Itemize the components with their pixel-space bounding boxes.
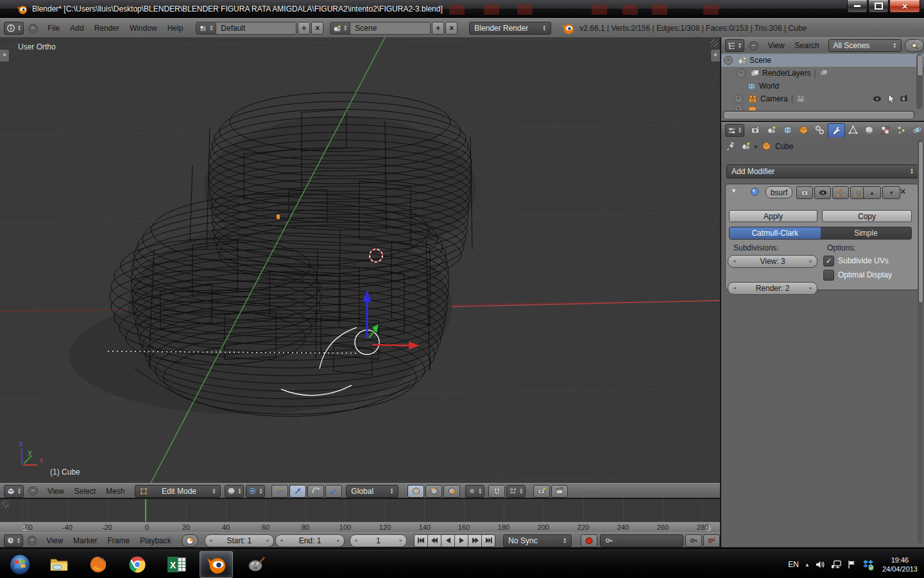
modifier-render-toggle[interactable] xyxy=(796,186,813,199)
properties-shelf-expand-tab[interactable]: + xyxy=(710,49,720,62)
preview-range-clock-button[interactable] xyxy=(182,534,198,547)
panel-expand-icon[interactable]: ▼ xyxy=(731,188,737,194)
menu-view[interactable]: View xyxy=(763,41,790,50)
add-scene-button[interactable]: + xyxy=(432,22,444,35)
scene-icon-button[interactable]: ▲▼ xyxy=(330,22,350,34)
tab-modifiers[interactable] xyxy=(828,123,845,138)
view-subdivisions-stepper[interactable]: ◂ View: 3 ▸ xyxy=(728,255,817,268)
copy-button[interactable]: Copy xyxy=(822,210,912,222)
edge-select-mode-button[interactable] xyxy=(425,485,442,498)
current-frame-line[interactable] xyxy=(145,499,146,521)
prev-keyframe-button[interactable] xyxy=(427,534,441,547)
outliner-row-camera[interactable]: + Camera | xyxy=(721,92,924,105)
menu-render[interactable]: Render xyxy=(89,24,124,33)
menu-marker[interactable]: Marker xyxy=(68,536,102,545)
language-indicator[interactable]: EN xyxy=(788,560,799,569)
play-button[interactable] xyxy=(454,534,468,547)
toolshelf-expand-tab[interactable]: + xyxy=(0,49,10,62)
stepper-right-arrow-icon[interactable]: ▸ xyxy=(338,537,341,543)
region-resize-grip[interactable] xyxy=(915,39,923,47)
keying-set-field[interactable] xyxy=(600,534,683,547)
volume-icon[interactable] xyxy=(816,560,825,569)
modifier-delete-icon[interactable]: × xyxy=(900,186,905,197)
auto-keyframe-record-button[interactable] xyxy=(581,534,597,547)
outliner-filter-selector[interactable]: All Scenes ▲▼ xyxy=(828,39,902,52)
sync-mode-selector[interactable]: No Sync ▲▼ xyxy=(503,534,572,547)
tab-physics[interactable] xyxy=(909,123,924,137)
menu-help[interactable]: Help xyxy=(162,24,189,33)
outliner-vscrollbar[interactable] xyxy=(916,54,923,109)
pin-icon[interactable] xyxy=(726,141,736,151)
collapse-menus-icon[interactable]: − xyxy=(28,536,37,545)
stepper-left-arrow-icon[interactable]: ◂ xyxy=(209,537,212,543)
manipulator-rotate-button[interactable] xyxy=(307,485,324,498)
opengl-render-still-button[interactable] xyxy=(533,485,550,498)
selectability-cursor-icon[interactable] xyxy=(888,94,895,103)
outliner-row-world[interactable]: World xyxy=(721,80,924,92)
play-reverse-button[interactable] xyxy=(441,534,455,547)
optimal-display-checkbox[interactable] xyxy=(823,270,834,281)
modifier-name-field[interactable]: bsurf xyxy=(766,186,792,198)
region-resize-grip[interactable] xyxy=(710,39,718,47)
stepper-left-arrow-icon[interactable]: ◂ xyxy=(733,258,736,264)
menu-file[interactable]: File xyxy=(42,24,65,33)
proportional-edit-selector[interactable]: ▲▼ xyxy=(465,485,484,498)
tab-scene[interactable] xyxy=(764,123,780,137)
snap-element-selector[interactable]: ▲▼ xyxy=(506,485,526,498)
tab-world[interactable] xyxy=(780,123,796,137)
properties-vscroll-thumb[interactable] xyxy=(918,141,923,303)
modifier-editmode-toggle[interactable] xyxy=(832,186,849,199)
visibility-eye-icon[interactable] xyxy=(873,95,882,103)
manipulator-toggle-button[interactable] xyxy=(271,485,288,498)
outliner-row-renderlayers[interactable]: + RenderLayers | xyxy=(721,67,924,80)
mode-selector[interactable]: Edit Mode ▲▼ xyxy=(135,485,221,498)
jump-to-end-button[interactable] xyxy=(481,534,495,547)
render-engine-selector[interactable]: Blender Render ▲▼ xyxy=(469,22,551,35)
region-resize-grip[interactable] xyxy=(1,500,9,508)
editor-type-selector-timeline[interactable]: ▲▼ xyxy=(4,534,23,547)
simple-toggle[interactable]: Simple xyxy=(821,227,912,239)
close-button[interactable]: × xyxy=(889,0,920,13)
viewport-shading-selector[interactable]: ▲▼ xyxy=(225,485,244,498)
outliner-hscrollbar[interactable] xyxy=(723,110,915,119)
tab-object-data[interactable] xyxy=(845,123,861,137)
insert-keyframe-button[interactable] xyxy=(685,534,702,547)
outliner-tree[interactable]: − Scene + RenderLayers | xyxy=(721,53,924,121)
catmull-clark-toggle[interactable]: Catmull-Clark xyxy=(730,227,821,239)
add-layout-button[interactable]: + xyxy=(298,22,310,35)
maximize-button[interactable] xyxy=(868,0,889,13)
delete-scene-button[interactable]: × xyxy=(445,22,458,35)
taskbar-gimp-button[interactable] xyxy=(240,552,272,577)
subdivide-uvs-checkbox[interactable]: ✓ xyxy=(823,256,834,267)
taskbar-firefox-button[interactable] xyxy=(82,552,114,577)
action-center-flag-icon[interactable] xyxy=(848,560,857,569)
stepper-right-arrow-icon[interactable]: ▸ xyxy=(266,537,270,543)
editor-type-selector-properties[interactable]: ▲▼ xyxy=(725,124,744,137)
scene-name[interactable]: Scene xyxy=(350,22,430,34)
outliner-hscroll-thumb[interactable] xyxy=(723,111,914,119)
tab-render[interactable] xyxy=(748,123,764,137)
opengl-render-anim-button[interactable] xyxy=(551,485,568,498)
vertex-select-mode-button[interactable] xyxy=(407,485,424,498)
taskbar-excel-button[interactable]: X xyxy=(160,552,193,577)
timeline-canvas[interactable] xyxy=(0,499,720,521)
frame-end-stepper[interactable]: ◂ End: 1 ▸ xyxy=(275,534,345,547)
snap-toggle-button[interactable] xyxy=(488,485,505,498)
editor-type-selector-outliner[interactable]: ▲▼ xyxy=(725,39,744,52)
pivot-point-selector[interactable]: ▲▼ xyxy=(246,485,265,498)
collapse-menus-icon[interactable]: − xyxy=(749,41,758,51)
tab-texture[interactable] xyxy=(877,123,893,137)
tab-material[interactable] xyxy=(861,123,877,137)
menu-add[interactable]: Add xyxy=(65,24,89,33)
editor-type-selector-info[interactable]: ▲▼ xyxy=(4,22,24,35)
collapse-menus-icon[interactable]: − xyxy=(28,24,38,33)
stepper-right-arrow-icon[interactable]: ▸ xyxy=(809,285,812,291)
jump-to-start-button[interactable] xyxy=(414,534,428,547)
menu-frame[interactable]: Frame xyxy=(102,536,135,545)
menu-view[interactable]: View xyxy=(41,536,68,545)
collapse-menus-icon[interactable]: − xyxy=(28,486,38,496)
dropbox-icon[interactable] xyxy=(862,559,874,570)
delete-keyframe-button[interactable] xyxy=(703,534,720,547)
face-select-mode-button[interactable] xyxy=(443,485,460,498)
next-keyframe-button[interactable] xyxy=(468,534,482,547)
